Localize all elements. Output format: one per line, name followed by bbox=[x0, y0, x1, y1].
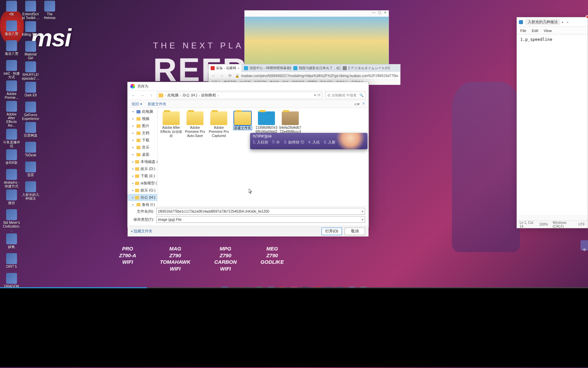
tab-close-icon[interactable]: × bbox=[238, 66, 240, 70]
open-button[interactable]: 打开(O) bbox=[322, 228, 342, 235]
chevron-icon[interactable]: ▸ bbox=[132, 160, 134, 163]
desktop-icon[interactable]: DIRT 5 bbox=[3, 253, 20, 272]
chevron-icon[interactable]: ▸ bbox=[132, 132, 135, 135]
chevron-icon[interactable]: ▸ bbox=[132, 174, 134, 178]
ime-candidate[interactable]: 1. 入社挂 bbox=[253, 140, 268, 145]
desktop-icon[interactable]: •快 bbox=[3, 1, 20, 19]
desktop-icon[interactable]: deskpins - 快捷方式 bbox=[3, 169, 20, 188]
hide-folders-link[interactable]: 隐藏文件夹 bbox=[131, 229, 152, 234]
chevron-icon[interactable]: ▸ bbox=[132, 124, 135, 127]
ime-candidate[interactable]: 4. 入社 bbox=[308, 140, 320, 145]
chevron-icon[interactable]: ▸ bbox=[132, 139, 135, 142]
tree-item[interactable]: ▸ai脸模型 (F:) bbox=[128, 180, 157, 187]
view-mode-icon[interactable]: ▭▾ bbox=[354, 102, 360, 106]
breadcrumb[interactable]: › 此电脑 › 办公 (H:) › 自制教程 › ▾ ⟳ bbox=[157, 92, 322, 99]
tree-item[interactable]: ▾此电脑 bbox=[128, 108, 157, 115]
chevron-icon[interactable]: ▸ bbox=[132, 189, 134, 192]
browser-tab[interactable]: 我因为摄影在日本火了，在路上× bbox=[291, 64, 341, 72]
folder-tree[interactable]: ▾此电脑▸视频▸图片▸文档▸下载▸音乐▸桌面▸本地磁盘 (C:)▸娱乐 (D:)… bbox=[128, 108, 158, 206]
desktop-icon[interactable]: Material Girl bbox=[22, 41, 39, 60]
desktop-icon[interactable]: Killing Time bbox=[22, 21, 39, 40]
file-item[interactable]: Adobe After Effects 自动保存 bbox=[160, 111, 183, 138]
nav-back[interactable]: ← bbox=[130, 92, 136, 98]
menu-view[interactable]: View bbox=[544, 29, 552, 33]
tree-item[interactable]: ▸桌面 bbox=[128, 151, 157, 158]
menu-file[interactable]: File bbox=[520, 29, 526, 33]
tree-item[interactable]: ▸音乐 bbox=[128, 144, 157, 151]
video-progress[interactable] bbox=[0, 287, 588, 288]
breadcrumb-seg[interactable]: 办公 (H:) bbox=[182, 93, 197, 98]
browser-tab[interactable]: 消息中心 - 哔哩哔哩弹幕视频网× bbox=[242, 64, 291, 72]
minimize-icon[interactable]: — bbox=[372, 11, 375, 17]
chevron-icon[interactable]: ▸ bbox=[132, 167, 134, 170]
filename-field[interactable]: 1f66516d776be1c1173a1e0614add8597a73b712… bbox=[156, 208, 365, 215]
chevron-icon[interactable]: ▸ bbox=[132, 196, 134, 199]
chevron-icon[interactable]: ▸ bbox=[132, 203, 135, 206]
desktop-icon[interactable]: Adobe After Effects Re... bbox=[3, 101, 20, 127]
tree-item[interactable]: ▸下载 (E:) bbox=[128, 172, 157, 180]
desktop-icon[interactable]: Sid Meier's Civilization... bbox=[3, 209, 20, 232]
ime-candidate[interactable]: 3. 如何挂 ◎ bbox=[284, 140, 304, 145]
tree-item[interactable]: ▸娱乐 (G:) bbox=[128, 187, 157, 194]
breadcrumb-seg[interactable]: 此电脑 bbox=[167, 93, 179, 98]
file-item[interactable]: Adobe Premiere Pro Captured Audio bbox=[207, 111, 230, 138]
tree-item[interactable]: ▸办公 (H:) bbox=[128, 194, 157, 201]
desktop-icon[interactable]: SHUFFLE! episode2 ... bbox=[22, 61, 39, 80]
notepad-add-tab[interactable]: + bbox=[565, 19, 571, 25]
chevron-icon[interactable]: ▸ bbox=[132, 146, 135, 149]
ime-candidate-popup[interactable]: ru'she'gua 1. 入社挂2. ◎3. 如何挂 ◎4. 入社5. 入射 bbox=[250, 133, 368, 149]
browser-back[interactable]: ← bbox=[211, 73, 217, 79]
rename-input[interactable] bbox=[233, 126, 252, 130]
toolbar-new-folder[interactable]: 新建文件夹 bbox=[148, 102, 166, 107]
ime-candidate[interactable]: 2. ◎ bbox=[272, 140, 280, 145]
desktop-icon[interactable]: 微信 bbox=[3, 189, 20, 208]
desktop-icon[interactable]: 百度网盘 bbox=[22, 122, 39, 140]
menu-edit[interactable]: Edit bbox=[532, 29, 538, 33]
tree-item[interactable]: ▸备份 (I:) bbox=[128, 201, 157, 206]
cancel-button[interactable]: 取消 bbox=[345, 228, 365, 235]
notepad-window[interactable]: 入射光的几种做法 • + File Edit View 1.p_speedlin… bbox=[517, 17, 588, 228]
desktop-icon[interactable]: Dark Elf bbox=[22, 82, 39, 100]
browser-window[interactable]: 采集 - 花瓣网×消息中心 - 哔哩哔哩弹幕视频网×我因为摄影在日本火了，在路上… bbox=[208, 64, 401, 85]
chevron-icon[interactable]: ▸ bbox=[132, 153, 135, 156]
desktop-icon[interactable]: ToDesk bbox=[22, 142, 39, 160]
desktop-icon[interactable]: The Heiress bbox=[41, 1, 59, 20]
browser-reload[interactable]: ⟳ bbox=[227, 73, 233, 79]
tree-item[interactable]: ▸图片 bbox=[128, 122, 157, 129]
toolbar-organize[interactable]: 组织 ▾ bbox=[132, 102, 142, 107]
browser-url[interactable]: huaban.com/pins/5666945021?modalImg=http… bbox=[241, 74, 398, 78]
help-icon[interactable]: ? bbox=[362, 102, 364, 106]
tree-item[interactable]: ▸下载 bbox=[128, 137, 157, 144]
file-grid[interactable]: Adobe After Effects 自动保存Adobe Premiere P… bbox=[158, 108, 369, 206]
dialog-titlebar[interactable]: 另存为 bbox=[128, 82, 369, 90]
chevron-icon[interactable]: ▸ bbox=[132, 117, 135, 120]
browser-tab[interactable]: 1:デジタルタイムシートの使い bbox=[341, 64, 390, 72]
desktop-icon[interactable]: Adobe Premie... bbox=[3, 80, 20, 99]
dialog-search-field[interactable]: 在 自制教程 中搜索 🔍 bbox=[325, 92, 366, 99]
ime-language-badge[interactable]: 中 bbox=[581, 240, 588, 250]
nav-up[interactable]: ↑ bbox=[148, 92, 154, 98]
desktop-icon[interactable]: 鬼谷八荒 bbox=[3, 40, 20, 59]
nav-forward[interactable]: → bbox=[139, 92, 145, 98]
chevron-icon[interactable]: ▾ bbox=[132, 110, 135, 113]
desktop-icon[interactable]: 全民K歌 bbox=[3, 149, 20, 168]
breadcrumb-refresh-icon[interactable]: ⟳ bbox=[317, 93, 321, 97]
desktop-icon[interactable]: GeForce Experience bbox=[22, 102, 39, 121]
desktop-icon[interactable]: 迅雷 bbox=[22, 162, 39, 180]
desktop-icon[interactable]: 鬼谷八荒 bbox=[3, 20, 20, 39]
chevron-icon[interactable]: ▸ bbox=[132, 182, 134, 185]
breadcrumb-dropdown-icon[interactable]: ▾ bbox=[314, 93, 316, 97]
desktop-icon[interactable]: 入射光的几种做法 bbox=[22, 181, 39, 200]
desktop-icon[interactable]: 斗鱼直播伴侣 bbox=[3, 129, 20, 148]
save-as-dialog[interactable]: 另存为 ← → ↑ › 此电脑 › 办公 (H:) › 自制教程 › ▾ ⟳ 在… bbox=[127, 82, 369, 228]
desktop-icon[interactable]: sai2 - 快捷方式 bbox=[3, 60, 20, 79]
tree-item[interactable]: ▸视频 bbox=[128, 115, 157, 122]
video-player-bar[interactable] bbox=[0, 287, 588, 367]
tree-item[interactable]: ▸本地磁盘 (C:) bbox=[128, 158, 157, 165]
breadcrumb-seg[interactable]: 自制教程 bbox=[201, 93, 216, 98]
notepad-text-area[interactable]: 1.p_speedline bbox=[517, 34, 588, 215]
tree-item[interactable]: ▸娱乐 (D:) bbox=[128, 165, 157, 172]
filetype-field[interactable]: Image (jpg) File▾ bbox=[156, 216, 365, 223]
browser-tab[interactable]: 采集 - 花瓣网× bbox=[209, 64, 242, 72]
close-icon[interactable]: ✕ bbox=[384, 11, 387, 17]
